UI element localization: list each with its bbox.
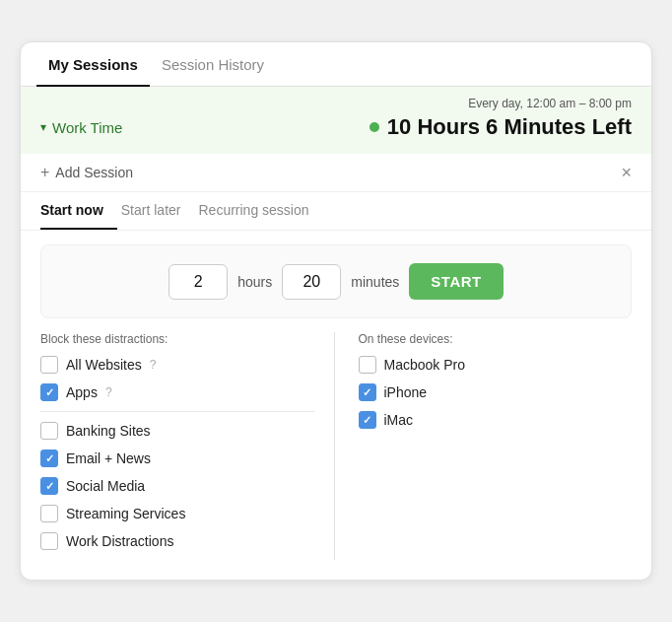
help-icon-all-websites[interactable]: ?: [150, 358, 157, 372]
checkbox-streaming-services[interactable]: [40, 505, 58, 522]
banking-sites-label: Banking Sites: [66, 423, 151, 439]
distractions-column: Block these distractions: All Websites ?…: [40, 332, 335, 560]
devices-heading: On these devices:: [359, 332, 633, 346]
add-session-label: Add Session: [55, 165, 133, 180]
close-button[interactable]: ×: [621, 164, 632, 181]
work-time-schedule: Every day, 12:00 am – 8:00 pm: [40, 97, 632, 110]
all-websites-label: All Websites: [66, 357, 142, 373]
status-dot: [370, 122, 379, 132]
minutes-label: minutes: [351, 274, 399, 290]
distraction-all-websites[interactable]: All Websites ?: [40, 356, 314, 374]
work-time-row: ▾ Work Time 10 Hours 6 Minutes Left: [40, 114, 632, 140]
device-imac[interactable]: iMac: [359, 411, 633, 429]
tab-recurring-session[interactable]: Recurring session: [198, 192, 322, 230]
work-time-label: Work Time: [52, 119, 122, 136]
time-input-area: hours minutes START: [40, 244, 632, 318]
session-tabs: Start now Start later Recurring session: [21, 192, 651, 231]
checkbox-apps[interactable]: [40, 383, 58, 401]
social-media-label: Social Media: [66, 478, 145, 494]
distraction-social-media[interactable]: Social Media: [40, 477, 314, 495]
distraction-apps[interactable]: Apps ?: [40, 383, 314, 401]
distraction-work-distractions[interactable]: Work Distractions: [40, 532, 314, 550]
chevron-down-icon: ▾: [40, 120, 46, 134]
work-time-section: Every day, 12:00 am – 8:00 pm ▾ Work Tim…: [21, 87, 651, 154]
checkbox-banking-sites[interactable]: [40, 422, 58, 440]
plus-icon: +: [40, 164, 49, 181]
top-tabs: My Sessions Session History: [21, 42, 651, 87]
hours-input[interactable]: [168, 264, 228, 300]
device-macbook-pro[interactable]: Macbook Pro: [359, 356, 633, 374]
distraction-streaming-services[interactable]: Streaming Services: [40, 505, 314, 522]
work-distractions-label: Work Distractions: [66, 533, 173, 549]
imac-label: iMac: [384, 412, 414, 428]
tab-session-history[interactable]: Session History: [150, 42, 276, 87]
minutes-input[interactable]: [282, 264, 341, 300]
tab-start-now[interactable]: Start now: [40, 192, 117, 230]
sections-row: Block these distractions: All Websites ?…: [21, 332, 651, 580]
distraction-email-news[interactable]: Email + News: [40, 449, 314, 467]
tab-start-later[interactable]: Start later: [121, 192, 195, 230]
device-iphone[interactable]: iPhone: [359, 383, 633, 401]
time-left-display: 10 Hours 6 Minutes Left: [370, 114, 632, 140]
distraction-banking-sites[interactable]: Banking Sites: [40, 422, 314, 440]
checkbox-social-media[interactable]: [40, 477, 58, 495]
add-session-button[interactable]: + Add Session: [40, 164, 133, 181]
add-session-bar: + Add Session ×: [21, 154, 651, 192]
work-time-toggle[interactable]: ▾ Work Time: [40, 119, 122, 136]
streaming-services-label: Streaming Services: [66, 506, 185, 521]
main-card: My Sessions Session History Every day, 1…: [20, 41, 652, 581]
devices-column: On these devices: Macbook Pro iPhone iMa…: [335, 332, 633, 560]
iphone-label: iPhone: [384, 384, 428, 400]
divider-1: [40, 411, 314, 412]
apps-label: Apps: [66, 384, 98, 400]
checkbox-work-distractions[interactable]: [40, 532, 58, 550]
macbook-pro-label: Macbook Pro: [384, 357, 465, 373]
checkbox-all-websites[interactable]: [40, 356, 58, 374]
checkbox-email-news[interactable]: [40, 449, 58, 467]
start-button[interactable]: START: [409, 263, 503, 300]
checkbox-macbook-pro[interactable]: [359, 356, 376, 374]
time-left-text: 10 Hours 6 Minutes Left: [387, 114, 632, 140]
help-icon-apps[interactable]: ?: [105, 385, 112, 399]
distractions-heading: Block these distractions:: [40, 332, 314, 346]
tab-my-sessions[interactable]: My Sessions: [36, 42, 150, 87]
hours-label: hours: [237, 274, 272, 290]
checkbox-imac[interactable]: [359, 411, 376, 429]
checkbox-iphone[interactable]: [359, 383, 376, 401]
email-news-label: Email + News: [66, 450, 151, 466]
